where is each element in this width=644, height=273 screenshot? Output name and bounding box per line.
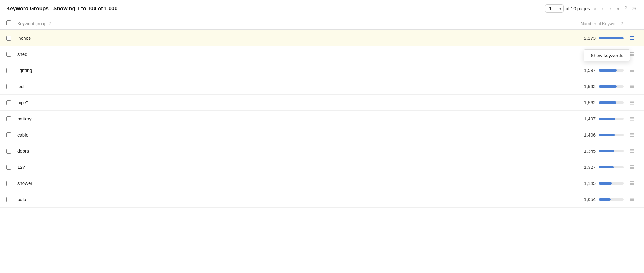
keyword-count-bar	[599, 150, 624, 152]
row-checkbox[interactable]	[6, 197, 11, 202]
row-count-area: 1,592	[539, 82, 638, 91]
row-count-area: 1,054	[539, 195, 638, 204]
row-count-area: 1,327	[539, 163, 638, 172]
of-pages-text: of 10 pages	[566, 6, 590, 11]
row-checkbox-col	[6, 52, 17, 57]
row-count-number: 1,327	[580, 164, 596, 170]
row-keyword-name: lighting	[17, 68, 539, 73]
row-checkbox[interactable]	[6, 132, 11, 137]
list-icon	[630, 68, 635, 73]
row-checkbox[interactable]	[6, 52, 11, 57]
svg-rect-23	[630, 152, 634, 153]
row-checkbox[interactable]	[6, 84, 11, 89]
svg-rect-18	[630, 133, 634, 134]
row-count-number: 2,173	[580, 35, 596, 41]
row-count-number: 1,145	[580, 181, 596, 186]
svg-rect-4	[630, 54, 634, 55]
header-bar: Keyword Groups - Showing 1 to 100 of 1,0…	[0, 0, 644, 17]
list-icon	[630, 149, 635, 154]
svg-rect-31	[630, 199, 634, 200]
row-checkbox[interactable]	[6, 100, 11, 105]
show-keywords-button[interactable]	[628, 163, 637, 172]
row-keyword-name: doors	[17, 148, 539, 154]
list-icon	[630, 165, 635, 170]
svg-rect-16	[630, 118, 634, 119]
bar-fill	[599, 101, 616, 104]
svg-rect-15	[630, 117, 634, 118]
row-count-number: 1,497	[580, 116, 596, 121]
svg-rect-30	[630, 198, 634, 199]
svg-rect-7	[630, 70, 634, 71]
svg-rect-3	[630, 52, 634, 53]
show-keywords-button[interactable]	[628, 82, 637, 91]
keyword-group-help-icon[interactable]: ?	[48, 21, 51, 26]
svg-rect-27	[630, 181, 634, 182]
keyword-count-bar	[599, 85, 624, 88]
svg-rect-13	[630, 102, 634, 103]
svg-rect-5	[630, 55, 634, 56]
number-label: Number of Keywo...	[581, 21, 619, 26]
svg-rect-25	[630, 167, 634, 168]
row-keyword-name: cable	[17, 132, 539, 137]
page-select[interactable]: 1 2 3 4 5 6 7 8 9 10	[545, 4, 564, 13]
prev-page-button[interactable]: ‹	[600, 5, 605, 12]
row-checkbox-col	[6, 181, 17, 186]
show-keywords-button[interactable]	[628, 179, 637, 188]
table-row: battery 1,497	[0, 111, 644, 127]
row-count-number: 1,597	[580, 68, 596, 73]
row-count-number: 1,345	[580, 148, 596, 154]
svg-rect-9	[630, 85, 634, 86]
svg-rect-24	[630, 165, 634, 166]
svg-rect-12	[630, 101, 634, 102]
list-icon	[630, 84, 635, 89]
first-page-button[interactable]: «	[592, 5, 598, 12]
row-checkbox[interactable]	[6, 68, 11, 73]
keyword-count-bar	[599, 69, 624, 72]
bar-fill	[599, 182, 612, 185]
row-checkbox[interactable]	[6, 36, 11, 41]
row-checkbox[interactable]	[6, 165, 11, 170]
table-container: Keyword group ? Number of Keywo... ? inc…	[0, 17, 644, 208]
list-icon	[630, 100, 635, 105]
row-count-number: 1,592	[580, 84, 596, 89]
number-help-icon[interactable]: ?	[621, 21, 623, 26]
bar-fill	[599, 118, 615, 120]
list-icon	[630, 36, 635, 41]
svg-rect-20	[630, 136, 634, 137]
row-count-area: 1,562	[539, 98, 638, 107]
select-all-checkbox[interactable]	[6, 20, 11, 25]
list-icon	[630, 197, 635, 202]
row-checkbox[interactable]	[6, 149, 11, 154]
svg-rect-6	[630, 69, 634, 69]
keyword-group-label: Keyword group	[17, 21, 46, 26]
svg-rect-17	[630, 120, 634, 121]
show-keywords-button[interactable]	[628, 114, 637, 123]
row-checkbox-col	[6, 116, 17, 121]
show-keywords-button[interactable]	[628, 195, 637, 204]
last-page-button[interactable]: »	[615, 5, 621, 12]
show-keywords-button[interactable]	[628, 147, 637, 155]
svg-rect-21	[630, 149, 634, 150]
bar-fill	[599, 37, 624, 39]
svg-rect-10	[630, 86, 634, 87]
row-count-area: 2,173	[539, 34, 638, 43]
show-keywords-button[interactable]	[628, 98, 637, 107]
row-checkbox[interactable]	[6, 116, 11, 121]
row-keyword-name: inches	[17, 35, 539, 41]
row-count-number: 1,406	[580, 132, 596, 137]
svg-rect-32	[630, 200, 634, 201]
row-keyword-name: led	[17, 84, 539, 89]
show-keywords-button[interactable]	[628, 34, 637, 43]
row-checkbox-col	[6, 100, 17, 105]
show-keywords-button[interactable]	[628, 131, 637, 139]
row-checkbox[interactable]	[6, 181, 11, 186]
row-checkbox-col	[6, 84, 17, 89]
next-page-button[interactable]: ›	[607, 5, 613, 12]
show-keywords-popup[interactable]: Show keywords	[584, 49, 630, 61]
show-keywords-button[interactable]	[628, 66, 637, 75]
help-button[interactable]: ?	[623, 4, 629, 13]
settings-button[interactable]: ⚙	[630, 4, 638, 13]
table-row: pipe" 1,562	[0, 95, 644, 111]
row-count-area: 1,145	[539, 179, 638, 188]
page-select-wrapper: 1 2 3 4 5 6 7 8 9 10 ▾	[545, 4, 564, 13]
